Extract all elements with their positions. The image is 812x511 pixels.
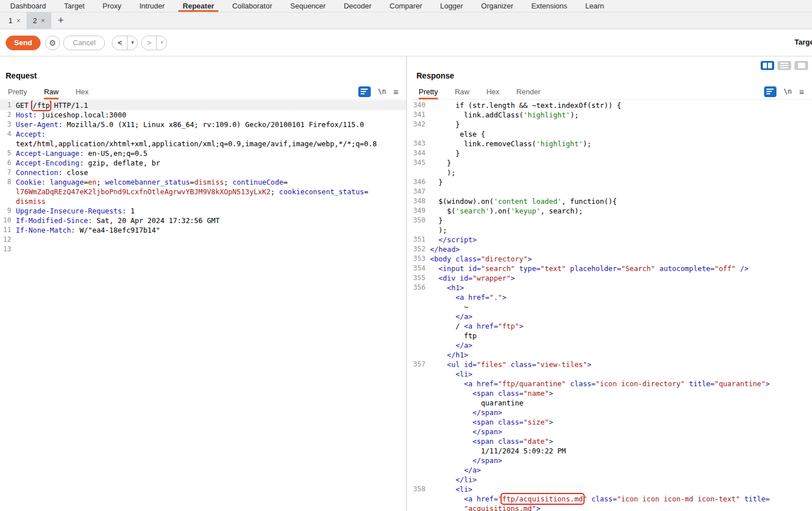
- code-line: 3User-Agent: Mozilla/5.0 (X11; Linux x86…: [0, 120, 406, 129]
- line-text: If-None-Match: W/"ea4-18efc917b14": [16, 225, 160, 235]
- layout-columns-icon[interactable]: [761, 61, 774, 70]
- line-text: </li>: [430, 475, 477, 484]
- code-line: 11If-None-Match: W/"ea4-18efc917b14": [0, 225, 406, 235]
- tab-render[interactable]: Render: [516, 84, 541, 99]
- code-line: </h1>: [411, 350, 812, 360]
- newline-toggle[interactable]: \n: [378, 88, 386, 95]
- tab-hex[interactable]: Hex: [486, 84, 499, 99]
- menu-item-learn[interactable]: Learn: [576, 0, 613, 12]
- tab-raw[interactable]: Raw: [44, 84, 59, 99]
- line-number: 344: [411, 149, 425, 158]
- line-text: </a>: [430, 312, 472, 321]
- code-line: 357 <ul id="files" class="view-tiles">: [411, 360, 812, 369]
- pane-splitter[interactable]: [407, 56, 411, 511]
- add-tab-button[interactable]: +: [51, 12, 71, 29]
- gear-icon: ⚙: [49, 38, 56, 47]
- menu-item-proxy[interactable]: Proxy: [94, 0, 130, 12]
- menu-item-extensions[interactable]: Extensions: [523, 0, 577, 12]
- code-line: );: [411, 168, 812, 177]
- line-number: 10: [0, 216, 11, 225]
- session-tabbar: 1×2× +: [0, 12, 812, 29]
- line-text: );: [430, 225, 447, 235]
- response-editor[interactable]: 340 if (str.length && ~text.indexOf(str)…: [411, 101, 812, 511]
- line-text: link.removeClass('highlight');: [430, 139, 591, 149]
- send-button[interactable]: Send: [6, 36, 41, 50]
- repeater-tab-2[interactable]: 2×: [27, 12, 51, 29]
- code-line: 352</head>: [411, 244, 812, 254]
- repeater-tab-1[interactable]: 1×: [2, 12, 27, 29]
- layout-rows-icon[interactable]: [778, 61, 791, 70]
- search-icon[interactable]: [764, 86, 776, 97]
- tab-pretty[interactable]: Pretty: [8, 84, 27, 99]
- line-text: <div id="wrapper">: [430, 273, 515, 283]
- menu-item-intruder[interactable]: Intruder: [130, 0, 174, 12]
- request-tabs-row: PrettyRawHex \n ≡: [0, 84, 406, 100]
- line-number: [411, 312, 425, 321]
- tab-hex[interactable]: Hex: [76, 84, 89, 99]
- line-text: If-Modified-Since: Sat, 20 Apr 2024 17:3…: [16, 216, 220, 225]
- line-number: 345: [411, 158, 425, 168]
- newline-toggle[interactable]: \n: [784, 88, 792, 95]
- back-dropdown-icon[interactable]: ▼: [128, 36, 137, 50]
- line-number: 353: [411, 254, 425, 264]
- menu-item-sequencer[interactable]: Sequencer: [281, 0, 335, 12]
- layout-single-icon[interactable]: [795, 61, 808, 70]
- line-text: <a href=".">: [430, 292, 506, 302]
- toolbar: Send ⚙ Cancel < ▼ > ▼ Target:: [0, 29, 812, 56]
- hamburger-menu-icon[interactable]: ≡: [799, 87, 804, 97]
- line-number: [411, 436, 425, 446]
- tab-label: 1: [8, 16, 12, 25]
- history-forward-group: > ▼: [141, 36, 167, 50]
- menu-item-comparer[interactable]: Comparer: [380, 0, 431, 12]
- line-number: 341: [411, 110, 425, 120]
- line-text: <a href="ftp/quarantine" class="icon ico…: [430, 379, 770, 388]
- code-line: 9Upgrade-Insecure-Requests: 1: [0, 206, 406, 216]
- close-tab-icon[interactable]: ×: [16, 17, 20, 25]
- code-line: 341 link.addClass('highlight');: [411, 110, 812, 120]
- tab-raw[interactable]: Raw: [455, 84, 469, 99]
- line-number: 2: [0, 110, 11, 120]
- code-line: 8Cookie: language=en; welcomebanner_stat…: [0, 177, 406, 187]
- back-button[interactable]: <: [112, 36, 128, 50]
- code-line: else {: [411, 129, 812, 139]
- line-number: [411, 350, 425, 360]
- line-text: </span>: [430, 408, 502, 417]
- line-number: 347: [411, 187, 425, 196]
- line-number: 354: [411, 264, 425, 273]
- search-icon[interactable]: [358, 86, 371, 97]
- menu-item-target[interactable]: Target: [55, 0, 94, 12]
- request-editor[interactable]: 1GET /ftp HTTP/1.12Host: juiceshop.local…: [0, 101, 406, 511]
- forward-button[interactable]: >: [142, 36, 157, 50]
- response-editor-icons: \n ≡: [764, 84, 804, 99]
- line-number: [0, 139, 11, 149]
- line-number: 355: [411, 273, 425, 283]
- line-number: 349: [411, 206, 425, 216]
- code-line: 347: [411, 187, 812, 196]
- line-text: <li>: [430, 369, 472, 379]
- settings-gear-button[interactable]: ⚙: [45, 36, 60, 50]
- line-text: <li>: [430, 484, 472, 494]
- menu-item-logger[interactable]: Logger: [431, 0, 472, 12]
- code-line: </li>: [411, 475, 812, 484]
- forward-dropdown-icon[interactable]: ▼: [157, 36, 166, 50]
- menu-item-collaborator[interactable]: Collaborator: [223, 0, 281, 12]
- line-text: if (str.length && ~text.indexOf(str)) {: [430, 101, 621, 110]
- line-number: 351: [411, 235, 425, 244]
- code-line: / <a href="ftp">: [411, 321, 812, 331]
- line-number: [411, 321, 425, 331]
- menu-item-decoder[interactable]: Decoder: [335, 0, 380, 12]
- code-line: </span>: [411, 456, 812, 465]
- hamburger-menu-icon[interactable]: ≡: [393, 87, 398, 97]
- menu-item-dashboard[interactable]: Dashboard: [1, 0, 55, 12]
- code-line: </span>: [411, 408, 812, 417]
- line-text: Connection: close: [16, 168, 88, 177]
- line-number: [0, 196, 11, 206]
- cancel-button[interactable]: Cancel: [63, 36, 105, 50]
- menu-item-organizer[interactable]: Organizer: [472, 0, 523, 12]
- request-editor-tabs: PrettyRawHex: [8, 84, 106, 99]
- line-number: [411, 168, 425, 177]
- line-number: [411, 292, 425, 302]
- menu-item-repeater[interactable]: Repeater: [174, 0, 223, 12]
- tab-pretty[interactable]: Pretty: [419, 84, 438, 99]
- close-tab-icon[interactable]: ×: [41, 17, 45, 25]
